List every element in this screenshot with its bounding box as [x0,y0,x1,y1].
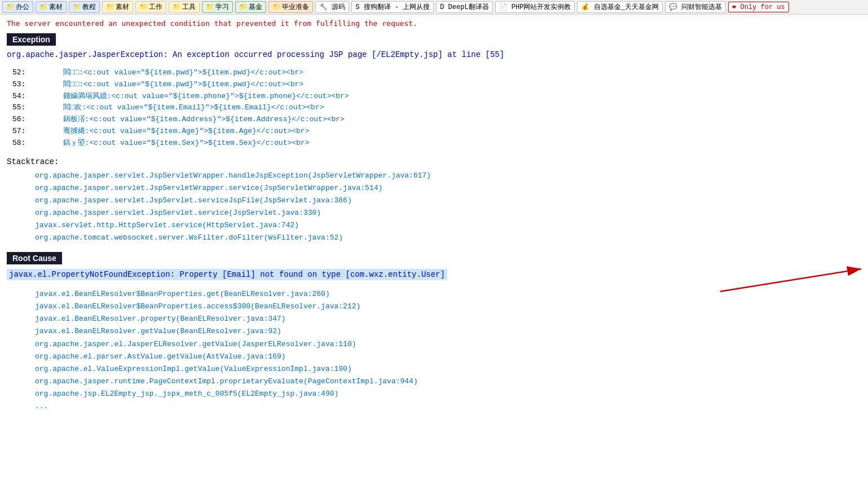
root-cause-stack-line: javax.el.BeanELResolver.getValue(BeanELR… [35,325,861,338]
toolbar-folder-material1[interactable]: 📁 素材 [36,1,67,13]
line-content: 鎬ｙ埅:<c:out value="${item.Sex}">${item.Se… [32,138,309,149]
toolbar-folder-work[interactable]: 📁 工作 [135,1,166,13]
root-cause-stack-line: ... [35,400,861,413]
toolbar-sougou-btn[interactable]: S 搜狗翻译 - 上网从搜 [351,1,434,13]
stacktrace-line: org.apache.jasper.servlet.JspServletWrap… [35,182,861,194]
stacktrace-label: Stacktrace: [7,157,861,166]
toolbar-wencai-btn[interactable]: 💬 问财智能选基 [665,1,726,13]
root-cause-stack-line: org.apache.el.ValueExpressionImpl.getVal… [35,363,861,375]
code-line: 56: 鍋板溚:<c:out value="${item.Address}">$… [12,114,861,126]
line-content: 骞摢綣:<c:out value="${item.Age}">${item.Ag… [32,126,309,138]
code-line: 53: 閻□□:<c:out value="${item.pwd}">${ite… [12,79,861,91]
toolbar-folder-graduation[interactable]: 📁 毕业准备 [268,1,313,13]
server-error-line: The server encountered an unexpected con… [7,19,861,28]
toolbar-folder-office[interactable]: 📁 办公 [2,1,33,13]
toolbar-onlyforus-btn[interactable]: ❤ Only for us [728,2,789,12]
stacktrace-line: javax.servlet.http.HttpServlet.service(H… [35,219,861,232]
svg-line-1 [720,269,861,291]
stacktrace-line: org.apache.tomcat.websocket.server.WsFil… [35,232,861,244]
root-cause-stack-line: javax.el.BeanELResolver$BeanProperties.a… [35,300,861,313]
browser-toolbar: 📁 办公 📁 素材 📁 教程 📁 素材 📁 工作 📁 工具 📁 学习 📁 基金 … [0,0,868,15]
line-content: 錢媥満塥风嬑:<c:out value="${item.phone}">${it… [32,91,349,103]
toolbar-folder-study[interactable]: 📁 学习 [202,1,233,13]
toolbar-folder-tutorial[interactable]: 📁 教程 [69,1,100,13]
toolbar-folder-material2[interactable]: 📁 素材 [102,1,133,13]
root-cause-stack-line: org.apache.jasper.runtime.PageContextImp… [35,375,861,388]
root-cause-header: Root Cause [7,252,62,264]
red-arrow-icon [715,263,868,297]
exception-main-text: org.apache.jasper.JasperException: An ex… [7,50,861,59]
line-number: 52: [12,67,32,79]
line-content: 閻□□:<c:out value="${item.pwd}">${item.pw… [32,79,303,91]
toolbar-php-btn[interactable]: 📄 PHP网站开发实例教 [495,1,575,13]
line-number: 57: [12,126,32,138]
root-cause-stack-line: org.apache.jsp.EL2Empty_jsp._jspx_meth_c… [35,388,861,400]
line-number: 56: [12,114,32,126]
line-content: 鍋板溚:<c:out value="${item.Address}">${ite… [32,114,345,126]
toolbar-deepl-btn[interactable]: D DeepL翻译器 [436,1,492,13]
root-cause-stack-line: javax.el.BeanELResolver.property(BeanELR… [35,313,861,325]
code-block: 52: 閻□□:<c:out value="${item.pwd}">${ite… [12,67,861,149]
main-content: The server encountered an unexpected con… [0,15,868,417]
root-cause-stack-line: org.apache.jasper.el.JasperELResolver.ge… [35,338,861,351]
code-line: 55: 閻□欢:<c:out value="${item.Email}">${i… [12,102,861,114]
line-content: 閻□□:<c:out value="${item.pwd}">${item.pw… [32,67,303,79]
stacktrace-line: org.apache.jasper.servlet.JspServlet.ser… [35,207,861,219]
line-content: 閻□欢:<c:out value="${item.Email}">${item.… [32,102,324,114]
root-cause-exception-container: javax.el.PropertyNotFoundException: Prop… [7,269,861,284]
toolbar-fund-btn[interactable]: 💰 自选基金_天天基金网 [577,1,662,13]
toolbar-source-btn[interactable]: 🔧 源码 [315,1,349,13]
root-cause-stack: javax.el.BeanELResolver$BeanProperties.g… [35,288,861,413]
code-line: 57: 骞摢綣:<c:out value="${item.Age}">${ite… [12,126,861,138]
stacktrace-block: org.apache.jasper.servlet.JspServletWrap… [35,170,861,245]
root-cause-stack-line: org.apache.el.parser.AstValue.getValue(A… [35,351,861,363]
code-line: 58: 鎬ｙ埅:<c:out value="${item.Sex}">${ite… [12,138,861,149]
stacktrace-line: org.apache.jasper.servlet.JspServletWrap… [35,170,861,182]
stacktrace-line: org.apache.jasper.servlet.JspServlet.ser… [35,194,861,207]
exception-header: Exception [7,33,56,46]
code-line: 54: 錢媥満塥风嬑:<c:out value="${item.phone}">… [12,91,861,103]
toolbar-folder-fund[interactable]: 📁 基金 [235,1,266,13]
line-number: 58: [12,138,32,149]
code-line: 52: 閻□□:<c:out value="${item.pwd}">${ite… [12,67,861,79]
root-cause-exception-text: javax.el.PropertyNotFoundException: Prop… [7,269,447,280]
line-number: 55: [12,102,32,114]
line-number: 53: [12,79,32,91]
toolbar-folder-tools[interactable]: 📁 工具 [169,1,200,13]
line-number: 54: [12,91,32,103]
